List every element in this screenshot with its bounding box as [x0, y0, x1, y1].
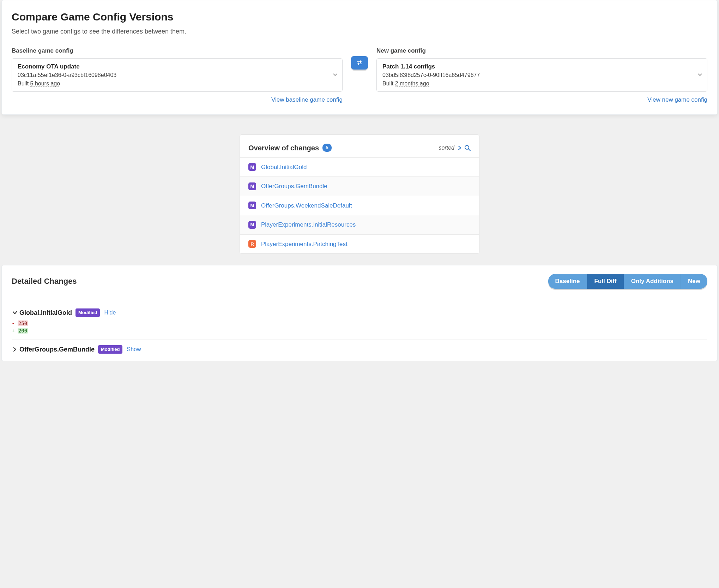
baseline-config-select[interactable]: Economy OTA update 03c11af55ef1e36-0-a93…	[12, 58, 343, 92]
overview-card: Overview of changes 5 sorted MGlobal.Ini…	[240, 134, 479, 254]
diff-block: OfferGroups.GemBundleModifiedShow	[12, 340, 707, 359]
diff-view-segment[interactable]: Full Diff	[587, 274, 624, 289]
new-column: New game config Patch 1.14 configs 03bd5…	[376, 46, 707, 104]
diff-block-body: - 250+ 200	[12, 320, 707, 335]
swap-icon	[356, 60, 363, 65]
new-config-built: Built 2 months ago	[382, 79, 693, 88]
diff-line-removed: - 250	[12, 320, 707, 327]
show-diff-link[interactable]: Show	[127, 345, 141, 354]
overview-change-item[interactable]: MOfferGroups.WeekendSaleDefault	[240, 196, 479, 215]
sort-toggle-button[interactable]	[458, 145, 461, 150]
baseline-built-prefix: Built	[18, 80, 30, 86]
view-new-link[interactable]: View new game config	[376, 95, 707, 104]
detailed-changes-card: Detailed Changes BaselineFull DiffOnly A…	[1, 265, 718, 361]
diff-block-list: Global.InitialGoldModifiedHide- 250+ 200…	[12, 303, 707, 359]
overview-header: Overview of changes 5 sorted	[240, 135, 479, 157]
new-config-name: Patch 1.14 configs	[382, 62, 693, 71]
removed-badge-icon: R	[248, 240, 256, 248]
baseline-built-ago: 5 hours ago	[30, 80, 60, 87]
diff-view-toggle: BaselineFull DiffOnly AdditionsNew	[548, 274, 707, 289]
overview-change-list: MGlobal.InitialGoldMOfferGroups.GemBundl…	[240, 157, 479, 254]
diff-block-title: Global.InitialGold	[19, 308, 72, 318]
swap-column	[351, 46, 368, 70]
svg-line-1	[469, 149, 470, 151]
new-config-hash: 03bd5f83f8d257c-0-90ff16a65d479677	[382, 71, 693, 79]
overview-change-item[interactable]: MPlayerExperiments.InitialResources	[240, 215, 479, 234]
diff-block-title: OfferGroups.GemBundle	[19, 345, 95, 354]
baseline-column: Baseline game config Economy OTA update …	[12, 46, 343, 104]
modified-badge-icon: M	[248, 182, 256, 190]
detailed-header: Detailed Changes BaselineFull DiffOnly A…	[12, 274, 707, 289]
caret-down-icon	[698, 73, 702, 76]
new-config-select[interactable]: Patch 1.14 configs 03bd5f83f8d257c-0-90f…	[376, 58, 707, 92]
overview-change-item[interactable]: RPlayerExperiments.PatchingTest	[240, 234, 479, 254]
chevron-right-icon	[12, 347, 18, 352]
search-button[interactable]	[464, 145, 471, 151]
hide-diff-link[interactable]: Hide	[104, 308, 116, 317]
overview-change-item[interactable]: MOfferGroups.GemBundle	[240, 176, 479, 196]
detailed-title: Detailed Changes	[12, 275, 77, 287]
modified-pill: Modified	[98, 345, 122, 354]
overview-count-badge: 5	[322, 144, 332, 152]
chevron-down-icon	[12, 311, 18, 314]
baseline-config-built: Built 5 hours ago	[18, 79, 328, 88]
view-baseline-link[interactable]: View baseline game config	[12, 95, 343, 104]
baseline-config-name: Economy OTA update	[18, 62, 328, 71]
swap-button[interactable]	[351, 56, 368, 70]
new-label: New game config	[376, 46, 707, 55]
modified-badge-icon: M	[248, 163, 256, 171]
sorted-label: sorted	[439, 144, 454, 152]
page-subtitle: Select two game configs to see the diffe…	[12, 27, 707, 36]
modified-badge-icon: M	[248, 221, 256, 229]
diff-line-added: + 200	[12, 327, 707, 335]
change-item-name: PlayerExperiments.PatchingTest	[261, 240, 348, 249]
new-built-prefix: Built	[382, 80, 395, 86]
change-item-name: OfferGroups.WeekendSaleDefault	[261, 201, 352, 210]
config-row: Baseline game config Economy OTA update …	[12, 46, 707, 104]
new-built-ago: 2 months ago	[395, 80, 429, 87]
diff-view-segment[interactable]: New	[681, 274, 707, 289]
change-item-name: Global.InitialGold	[261, 163, 307, 172]
page-title: Compare Game Config Versions	[12, 9, 707, 25]
baseline-config-hash: 03c11af55ef1e36-0-a93cbf16098e0403	[18, 71, 328, 79]
diff-view-segment[interactable]: Baseline	[548, 274, 587, 289]
modified-badge-icon: M	[248, 202, 256, 209]
compare-header-card: Compare Game Config Versions Select two …	[1, 0, 718, 115]
diff-block-header[interactable]: OfferGroups.GemBundleModifiedShow	[12, 345, 707, 354]
change-item-name: OfferGroups.GemBundle	[261, 182, 327, 191]
diff-block: Global.InitialGoldModifiedHide- 250+ 200	[12, 303, 707, 340]
modified-pill: Modified	[75, 308, 100, 317]
baseline-label: Baseline game config	[12, 46, 343, 55]
caret-down-icon	[333, 73, 337, 76]
diff-block-header[interactable]: Global.InitialGoldModifiedHide	[12, 308, 707, 318]
overview-change-item[interactable]: MGlobal.InitialGold	[240, 157, 479, 177]
diff-view-segment[interactable]: Only Additions	[624, 274, 681, 289]
change-item-name: PlayerExperiments.InitialResources	[261, 220, 356, 229]
overview-title: Overview of changes	[248, 143, 319, 153]
